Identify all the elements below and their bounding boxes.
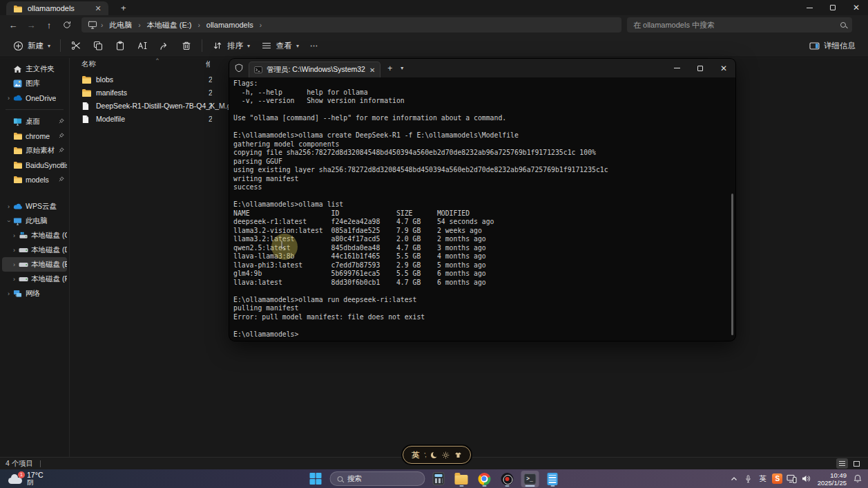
sidebar-item-baidusyncdisk[interactable]: BaiduSyncdisk (2, 158, 67, 172)
sidebar-item-gallery[interactable]: 图库 (2, 76, 67, 91)
drive-c-icon (18, 230, 28, 241)
trash-icon (181, 40, 192, 51)
sidebar-divider (6, 109, 64, 110)
refresh-icon (63, 21, 71, 29)
close-button[interactable]: ✕ (845, 0, 868, 15)
bell-icon (853, 474, 862, 483)
search-input[interactable]: 在 ollamamodels 中搜索 (627, 17, 852, 32)
delete-button[interactable] (175, 37, 197, 55)
taskbar-app-notepad[interactable] (543, 471, 561, 487)
tray-phone-link[interactable] (786, 471, 798, 487)
sidebar-item-network[interactable]: › 网络 (2, 286, 67, 301)
tray-show-hidden-icons[interactable] (728, 471, 740, 487)
sidebar-item-drive-f[interactable]: › 本地磁盘 (F:) (2, 272, 67, 286)
minimize-button[interactable] (798, 0, 821, 15)
chevron-right-icon: › (5, 290, 12, 297)
chevron-right-icon: › (10, 261, 18, 268)
tray-sogou-pinyin[interactable]: S (771, 471, 784, 487)
terminal-tab-dropdown[interactable]: ▾ (401, 65, 403, 71)
new-button[interactable]: 新建 ▾ (7, 37, 56, 55)
terminal-close-button[interactable]: ✕ (712, 59, 735, 77)
terminal-tab-close-icon[interactable]: ✕ (369, 66, 375, 74)
explorer-tab[interactable]: ollamamodels ✕ (6, 1, 108, 15)
folder-icon (12, 160, 23, 170)
ime-punctuation-toggle[interactable]: ’, (424, 451, 426, 458)
thumbnail-view-button[interactable] (851, 458, 862, 469)
desktop-screen: ollamamodels ✕ + ✕ ← → ↑ › 此电脑 (0, 0, 868, 488)
taskbar-search[interactable]: 搜索 (329, 471, 425, 486)
home-icon (12, 64, 23, 74)
pin-icon (59, 118, 64, 124)
search-icon (337, 476, 343, 482)
tab-close-icon[interactable]: ✕ (93, 4, 103, 13)
details-pane-button[interactable]: 详细信息 (803, 37, 861, 55)
up-button[interactable]: ↑ (40, 17, 58, 32)
taskbar-app-terminal[interactable]: >_ (521, 471, 539, 487)
gear-icon[interactable] (442, 451, 450, 459)
terminal-maximize-button[interactable] (688, 59, 712, 77)
tray-microphone[interactable] (742, 471, 755, 487)
details-view-button[interactable] (836, 458, 848, 469)
sidebar-item-raw-material[interactable]: 原始素材 (2, 143, 67, 158)
taskbar-search-placeholder: 搜索 (347, 474, 362, 484)
tray-notifications[interactable] (851, 471, 864, 487)
sidebar-item-onedrive[interactable]: › OneDrive (2, 91, 67, 105)
cut-button[interactable] (65, 37, 87, 55)
breadcrumb-drive-e[interactable]: 本地磁盘 (E:) (144, 19, 195, 32)
terminal-tab[interactable]: 管理员: C:\Windows\System32 ✕ (249, 62, 380, 77)
breadcrumb-current-folder[interactable]: ollamamodels (203, 19, 257, 30)
copy-icon (93, 40, 104, 51)
terminal-scrollbar[interactable] (731, 194, 733, 335)
back-button[interactable]: ← (4, 17, 22, 32)
tray-ime-language[interactable]: 英 (757, 471, 769, 487)
desktop-icon (12, 116, 23, 126)
taskbar-app-recorder[interactable] (498, 471, 516, 487)
terminal-new-tab-button[interactable]: + (387, 64, 392, 73)
terminal-window-controls: ✕ (665, 59, 735, 77)
tray-clock[interactable]: 10:49 2025/1/25 (815, 471, 849, 487)
forward-button[interactable]: → (22, 17, 40, 32)
ime-status-bar[interactable]: 英 ’, (403, 446, 471, 464)
taskbar-app-chrome[interactable] (475, 471, 493, 487)
drive-icon (18, 274, 28, 284)
refresh-button[interactable] (58, 17, 76, 32)
chevron-down-icon: › (6, 217, 12, 225)
terminal-title-bar[interactable]: 管理员: C:\Windows\System32 ✕ + ▾ ✕ (229, 59, 735, 77)
more-options-button[interactable]: ⋯ (305, 37, 324, 54)
file-icon (81, 115, 91, 124)
terminal-minimize-button[interactable] (665, 59, 688, 77)
drive-icon (18, 245, 28, 255)
sidebar-item-home[interactable]: 主文件夹 (2, 62, 67, 76)
share-button[interactable] (153, 37, 175, 55)
ime-language-toggle[interactable]: 英 (412, 450, 419, 460)
paste-button[interactable] (109, 37, 131, 55)
taskbar-app-calculator[interactable] (430, 471, 447, 487)
skin-icon[interactable] (454, 452, 462, 458)
moon-icon[interactable] (431, 452, 437, 458)
sidebar-item-drive-c[interactable]: › 本地磁盘 (C:) (2, 228, 67, 243)
sidebar-item-drive-e[interactable]: › 本地磁盘 (E:) (2, 257, 67, 272)
new-tab-button[interactable]: + (117, 3, 131, 15)
sort-button[interactable]: 排序 ▾ (206, 37, 255, 55)
view-icon (261, 40, 272, 51)
rename-button[interactable] (131, 37, 153, 55)
sidebar-item-drive-d[interactable]: › 本地磁盘 (D:) (2, 243, 67, 257)
pin-icon (59, 162, 64, 167)
chevron-down-icon: ▾ (296, 43, 299, 49)
sidebar-item-wps-cloud[interactable]: › WPS云盘 (2, 199, 67, 214)
terminal-output-area[interactable]: Flags: -h, --help help for ollama -v, --… (229, 77, 735, 341)
taskbar-weather-widget[interactable]: 1 17°C 阴 (8, 471, 91, 486)
sidebar-item-models[interactable]: models (2, 172, 67, 187)
address-bar[interactable]: › 此电脑 › 本地磁盘 (E:) › ollamamodels › (81, 17, 621, 32)
taskbar-app-file-explorer[interactable] (452, 471, 470, 487)
sidebar-item-this-pc[interactable]: › 此电脑 (2, 214, 67, 228)
sidebar-item-desktop[interactable]: 桌面 (2, 114, 67, 129)
maximize-button[interactable] (821, 0, 845, 15)
tray-volume[interactable] (800, 471, 813, 487)
copy-button[interactable] (87, 37, 109, 55)
breadcrumb-this-pc[interactable]: 此电脑 (106, 19, 135, 32)
start-button[interactable] (307, 471, 325, 487)
view-button[interactable]: 查看 ▾ (255, 37, 305, 55)
chrome-icon (478, 473, 490, 485)
sidebar-item-chrome[interactable]: chrome (2, 129, 67, 143)
